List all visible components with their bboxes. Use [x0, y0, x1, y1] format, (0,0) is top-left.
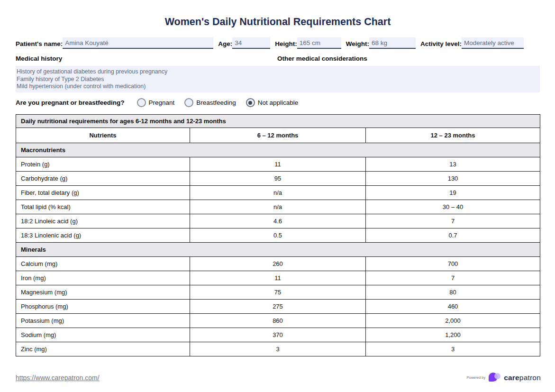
value-cell-12-23: 19 [366, 186, 540, 200]
weight-group: Weight: 68 kg [346, 37, 416, 49]
value-cell-12-23: 460 [366, 300, 540, 314]
value-cell-6-12: 4.6 [190, 214, 366, 228]
medical-history-label: Medical history [16, 55, 277, 64]
powered-by-label: Powered by [467, 375, 486, 380]
value-cell-12-23: 3 [366, 342, 540, 356]
radio-button-icon [137, 98, 146, 107]
carepatron-link[interactable]: https://www.carepatron.com/ [16, 374, 100, 382]
patient-name-group: Patient's name: Amina Kouyaté [16, 37, 213, 49]
table-header-row: Nutrients 6 – 12 months 12 – 23 months [16, 128, 540, 143]
page-footer: https://www.carepatron.com/ Powered by c… [16, 373, 541, 383]
activity-level-input[interactable]: Moderately active [462, 37, 524, 49]
value-cell-6-12: 11 [190, 157, 366, 172]
table-row: Iron (mg) 11 7 [16, 271, 540, 285]
value-cell-12-23: 1,200 [366, 328, 540, 342]
nutrient-cell: Protein (g) [16, 157, 190, 172]
patient-name-label: Patient's name: [16, 40, 63, 49]
patient-info-row: Patient's name: Amina Kouyaté Age: 34 He… [16, 37, 540, 49]
nutrient-cell: Carbohydrate (g) [16, 172, 190, 186]
radio-option-not-applicable[interactable]: Not applicable [246, 98, 299, 107]
wordmark-care: care [504, 374, 519, 382]
column-header-12-23-months: 12 – 23 months [366, 128, 540, 143]
value-cell-6-12: 0.5 [190, 228, 366, 243]
value-cell-6-12: n/a [190, 200, 366, 214]
value-cell-12-23: 7 [366, 271, 540, 285]
value-cell-6-12: 260 [190, 257, 366, 271]
table-row: Potassium (mg) 860 2,000 [16, 314, 540, 328]
section-row-minerals: Minerals [16, 243, 540, 257]
height-input[interactable]: 165 cm [297, 37, 341, 49]
carepatron-logo-icon [489, 373, 502, 383]
age-input[interactable]: 34 [232, 37, 270, 49]
age-group: Age: 34 [218, 37, 270, 49]
height-group: Height: 165 cm [275, 37, 341, 49]
radio-dot [248, 101, 252, 105]
value-cell-6-12: 3 [190, 342, 366, 356]
table-row: Sodium (mg) 370 1,200 [16, 328, 540, 342]
value-cell-12-23: 130 [366, 172, 540, 186]
table-row: Carbohydrate (g) 95 130 [16, 172, 540, 186]
pregnancy-question-row: Are you pregnant or breastfeeding? Pregn… [16, 98, 540, 107]
nutrient-cell: 18:2 Linoleic acid (g) [16, 214, 190, 228]
value-cell-12-23: 30 – 40 [366, 200, 540, 214]
radio-label-pregnant: Pregnant [149, 99, 175, 106]
table-row: Protein (g) 11 13 [16, 157, 540, 172]
value-cell-6-12: n/a [190, 186, 366, 200]
nutrient-cell: Fiber, total dietary (g) [16, 186, 190, 200]
value-cell-12-23: 0.7 [366, 228, 540, 243]
table-row: Calcium (mg) 260 700 [16, 257, 540, 271]
wordmark-patron: patron [519, 374, 541, 382]
radio-dot [187, 101, 191, 105]
medical-history-textarea[interactable]: History of gestational diabetes during p… [16, 66, 540, 92]
weight-input[interactable]: 68 kg [369, 37, 416, 49]
table-caption-row: Daily nutritional requirements for ages … [16, 115, 540, 128]
value-cell-6-12: 860 [190, 314, 366, 328]
table-row: 18:2 Linoleic acid (g) 4.6 7 [16, 214, 540, 228]
powered-by-brand: Powered by carepatron [467, 373, 541, 383]
column-header-6-12-months: 6 – 12 months [190, 128, 366, 143]
value-cell-12-23: 7 [366, 214, 540, 228]
nutrient-cell: Sodium (mg) [16, 328, 190, 342]
medical-section-headers: Medical history Other medical considerat… [16, 55, 540, 64]
other-considerations-label: Other medical considerations [277, 55, 367, 64]
carepatron-wordmark: carepatron [504, 374, 541, 382]
age-label: Age: [218, 40, 232, 49]
medical-history-line: History of gestational diabetes during p… [17, 68, 536, 76]
radio-button-icon [184, 98, 193, 107]
activity-level-group: Activity level: Moderately active [420, 37, 524, 49]
value-cell-6-12: 11 [190, 271, 366, 285]
nutrition-requirements-table: Daily nutritional requirements for ages … [16, 114, 540, 356]
table-caption: Daily nutritional requirements for ages … [16, 115, 540, 128]
medical-history-line: Mild hypertension (under control with me… [17, 83, 536, 91]
nutrient-cell: Zinc (mg) [16, 342, 190, 356]
page-title: Women's Daily Nutritional Requirements C… [16, 16, 540, 28]
value-cell-6-12: 370 [190, 328, 366, 342]
nutrient-cell: 18:3 Linolenic acid (g) [16, 228, 190, 243]
nutrient-cell: Total lipid (% kcal) [16, 200, 190, 214]
table-row: Magnesium (mg) 75 80 [16, 285, 540, 300]
table-row: 18:3 Linolenic acid (g) 0.5 0.7 [16, 228, 540, 243]
nutrient-cell: Calcium (mg) [16, 257, 190, 271]
value-cell-6-12: 75 [190, 285, 366, 300]
table-row: Fiber, total dietary (g) n/a 19 [16, 186, 540, 200]
value-cell-6-12: 275 [190, 300, 366, 314]
radio-option-pregnant[interactable]: Pregnant [137, 98, 175, 107]
activity-level-label: Activity level: [420, 40, 462, 49]
radio-button-icon [246, 98, 255, 107]
section-row-macronutrients: Macronutrients [16, 143, 540, 157]
table-row: Phosphorus (mg) 275 460 [16, 300, 540, 314]
logo-circle-shape [494, 373, 500, 379]
document-page: Women's Daily Nutritional Requirements C… [0, 0, 555, 392]
radio-dot [139, 101, 143, 105]
pregnancy-question-label: Are you pregnant or breastfeeding? [16, 99, 125, 106]
radio-label-not-applicable: Not applicable [258, 99, 299, 106]
nutrient-cell: Phosphorus (mg) [16, 300, 190, 314]
value-cell-12-23: 2,000 [366, 314, 540, 328]
nutrient-cell: Iron (mg) [16, 271, 190, 285]
patient-name-input[interactable]: Amina Kouyaté [63, 37, 213, 49]
value-cell-6-12: 95 [190, 172, 366, 186]
table-row: Zinc (mg) 3 3 [16, 342, 540, 356]
radio-option-breastfeeding[interactable]: Breastfeeding [184, 98, 236, 107]
value-cell-12-23: 700 [366, 257, 540, 271]
nutrient-cell: Potassium (mg) [16, 314, 190, 328]
